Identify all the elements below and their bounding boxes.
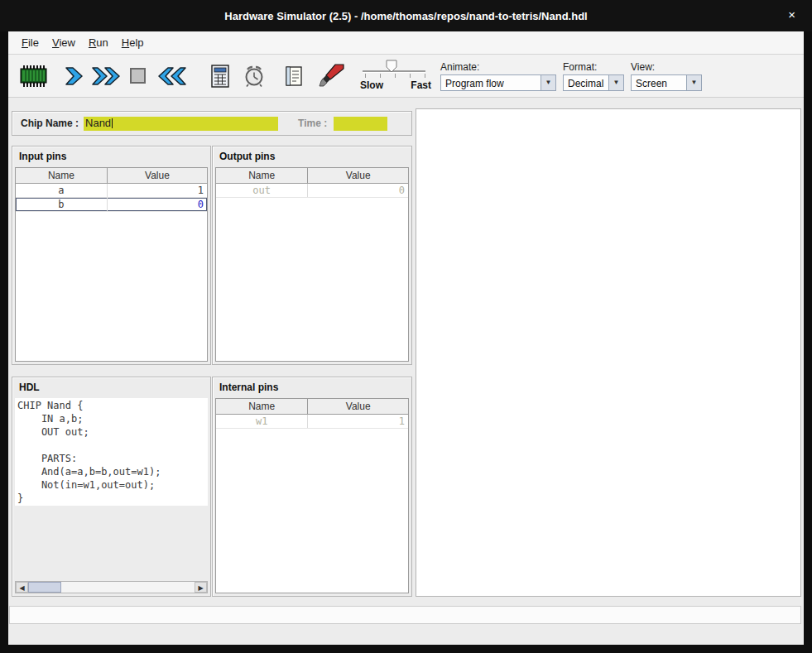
animate-label: Animate: — [440, 61, 556, 73]
output-pins-panel: Output pins Name Value out 0 — [212, 146, 412, 365]
internal-pins-panel: Internal pins Name Value w1 1 — [212, 377, 412, 597]
text-caret — [112, 118, 113, 128]
column-header-name: Name — [216, 168, 308, 183]
menu-file[interactable]: File — [15, 34, 46, 51]
column-header-value: Value — [308, 399, 408, 414]
status-bar — [9, 606, 801, 624]
chevron-down-icon[interactable]: ▼ — [541, 75, 555, 90]
input-pins-title: Input pins — [12, 146, 210, 165]
calculator-icon — [209, 65, 231, 88]
hdl-code[interactable]: CHIP Nand { IN a,b; OUT out; PARTS: And(… — [15, 398, 208, 506]
input-pins-panel: Input pins Name Value a 1 b 0 — [12, 146, 211, 365]
scrollbar-thumb[interactable] — [28, 582, 61, 593]
internal-pins-table: Name Value w1 1 — [215, 398, 409, 593]
column-header-name: Name — [16, 168, 108, 183]
content-area: Chip Name : Nand Time : Input pins Name … — [8, 98, 804, 645]
format-label: Format: — [563, 61, 624, 73]
table-row-selected: b 0 — [16, 198, 207, 212]
single-step-icon — [62, 65, 85, 87]
menu-view[interactable]: View — [46, 34, 82, 51]
table-row: w1 1 — [216, 415, 408, 429]
reset-button[interactable] — [156, 65, 189, 88]
stop-button[interactable] — [127, 65, 149, 87]
chip-name-input[interactable]: Nand — [84, 117, 278, 131]
pin-value[interactable]: 1 — [108, 184, 207, 197]
pin-value: 0 — [308, 184, 408, 197]
internal-pins-title: Internal pins — [213, 377, 411, 396]
main-window: File View Run Help — [8, 31, 804, 645]
scroll-right-icon[interactable]: ▶ — [195, 582, 207, 593]
pin-name: w1 — [216, 415, 308, 428]
chevron-down-icon[interactable]: ▼ — [608, 75, 623, 90]
hdl-horizontal-scrollbar[interactable]: ◀ ▶ — [15, 581, 208, 593]
column-header-value: Value — [308, 168, 408, 183]
pin-name: out — [216, 184, 308, 197]
toolbar: Slow Fast Animate: Program flow ▼ Format… — [8, 55, 804, 98]
column-header-name: Name — [216, 399, 308, 414]
column-header-value: Value — [108, 168, 207, 183]
speed-slider[interactable]: Slow Fast — [363, 59, 427, 94]
time-label: Time : — [298, 118, 327, 129]
slider-slow-label: Slow — [360, 79, 383, 91]
slider-ticks — [365, 74, 425, 78]
clock-icon — [243, 65, 266, 88]
view-control: View: Screen ▼ — [631, 61, 702, 91]
menu-help[interactable]: Help — [115, 34, 151, 51]
time-input[interactable] — [334, 117, 387, 131]
output-pins-table: Name Value out 0 — [215, 167, 409, 362]
slider-fast-label: Fast — [411, 79, 431, 91]
clock-button[interactable] — [242, 64, 267, 89]
pin-name: b — [16, 198, 108, 211]
fast-forward-icon — [90, 65, 122, 87]
chip-name-label: Chip Name : — [21, 118, 79, 129]
chip-icon — [19, 65, 47, 88]
scroll-left-icon[interactable]: ◀ — [16, 582, 28, 593]
input-pins-table: Name Value a 1 b 0 — [15, 167, 208, 362]
notebook-icon — [284, 65, 304, 87]
eval-button[interactable] — [209, 64, 232, 89]
view-select[interactable]: Screen ▼ — [631, 74, 702, 91]
hdl-panel: HDL CHIP Nand { IN a,b; OUT out; PARTS: … — [12, 377, 211, 597]
hdl-title: HDL — [12, 377, 210, 396]
slider-thumb[interactable] — [386, 60, 397, 73]
run-button[interactable] — [89, 65, 123, 88]
menubar: File View Run Help — [8, 31, 804, 55]
titlebar: Hardware Simulator (2.5) - /home/thomas/… — [0, 0, 812, 31]
chip-name-bar: Chip Name : Nand Time : — [12, 111, 412, 136]
table-row: a 1 — [16, 184, 207, 198]
stop-icon — [128, 66, 148, 86]
chevron-down-icon[interactable]: ▼ — [686, 75, 701, 90]
pin-value[interactable]: 0 — [108, 198, 207, 211]
pin-value: 1 — [308, 415, 408, 428]
pin-name: a — [16, 184, 108, 197]
screen-view — [416, 108, 801, 597]
animate-control: Animate: Program flow ▼ — [440, 61, 556, 91]
single-step-button[interactable] — [61, 65, 86, 88]
brush-icon — [319, 64, 345, 89]
menu-run[interactable]: Run — [82, 34, 115, 51]
view-label: View: — [631, 61, 702, 73]
load-chip-button[interactable] — [18, 64, 48, 89]
script-button[interactable] — [283, 65, 305, 88]
rewind-icon — [156, 65, 188, 87]
scrollbar-track[interactable] — [28, 582, 195, 593]
format-control: Format: Decimal ▼ — [563, 61, 624, 91]
close-icon[interactable]: × — [788, 8, 795, 21]
window-title: Hardware Simulator (2.5) - /home/thomas/… — [224, 10, 587, 22]
format-select[interactable]: Decimal ▼ — [563, 74, 624, 91]
output-pins-title: Output pins — [213, 146, 411, 165]
clear-button[interactable] — [318, 63, 346, 89]
table-row: out 0 — [216, 184, 408, 198]
animate-select[interactable]: Program flow ▼ — [440, 74, 556, 91]
